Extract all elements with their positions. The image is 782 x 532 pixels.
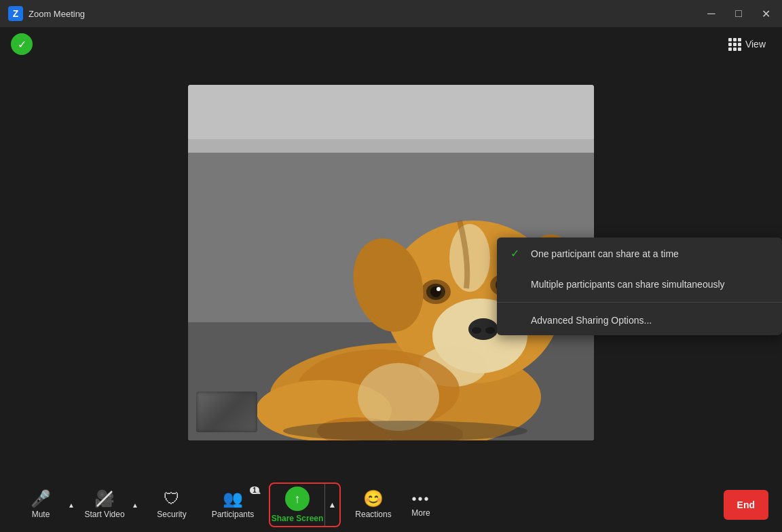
grid-icon (728, 38, 741, 51)
more-label: More (411, 508, 430, 518)
mic-icon: 🎤 (31, 491, 51, 507)
share-screen-button[interactable]: ↑ Share Screen (270, 484, 324, 526)
view-button[interactable]: View (723, 35, 771, 54)
svg-point-14 (436, 287, 441, 291)
dropdown-item-one-participant[interactable]: ✓ One participant can share at a time (497, 238, 782, 269)
check-icon: ✓ (510, 247, 524, 260)
end-label: End (737, 499, 755, 510)
security-button[interactable]: 🛡 Security (141, 481, 202, 529)
reactions-button[interactable]: 😊 Reactions (346, 481, 401, 529)
title-bar: Z Zoom Meeting ─ □ ✕ (0, 0, 782, 27)
mute-group: 🎤 Mute ▲ (14, 481, 77, 529)
reactions-label: Reactions (355, 510, 391, 519)
participants-button[interactable]: 👥 1 Participants ▲ (202, 481, 263, 529)
restore-button[interactable]: □ (730, 5, 747, 22)
close-button[interactable]: ✕ (758, 5, 774, 22)
svg-rect-2 (188, 139, 594, 153)
more-button[interactable]: ••• More (401, 481, 441, 529)
main-content: ✓ View (0, 27, 782, 478)
svg-rect-1 (188, 85, 594, 139)
dropdown-item-multiple-participants[interactable]: Multiple participants can share simultan… (497, 269, 782, 299)
share-arrow-up-icon: ▲ (329, 500, 337, 510)
toolbar: 🎤 Mute ▲ 🎥 Start Video ▲ 🛡 Security 👥 1 (0, 478, 782, 532)
svg-point-19 (449, 224, 490, 292)
arrow-up-icon: ▲ (68, 501, 75, 509)
arrow-up-icon2: ▲ (132, 501, 138, 509)
share-screen-arrow-button[interactable]: ▲ (324, 484, 339, 526)
svg-point-28 (283, 421, 527, 440)
video-group: 🎥 Start Video ▲ (77, 481, 141, 529)
video-icon-container: 🎥 (94, 491, 115, 507)
participants-arrow-icon[interactable]: ▲ (255, 488, 262, 495)
mute-button[interactable]: 🎤 Mute (14, 481, 68, 529)
share-screen-group: ↑ Share Screen ▲ (269, 482, 341, 527)
share-screen-icon: ↑ (285, 487, 310, 511)
self-video-thumbnail (196, 392, 257, 432)
option3-text: Advanced Sharing Options... (531, 315, 652, 326)
more-dots-icon: ••• (411, 492, 430, 506)
security-label: Security (157, 510, 186, 519)
svg-point-27 (358, 363, 439, 431)
end-button[interactable]: End (724, 490, 768, 520)
window-controls: ─ □ ✕ (703, 5, 774, 22)
share-options-dropdown: ✓ One participant can share at a time Mu… (497, 238, 782, 335)
svg-point-10 (485, 327, 495, 334)
security-shield-icon: 🛡 (164, 491, 180, 507)
dropdown-divider (497, 302, 782, 303)
video-icon: 🎥 (94, 489, 115, 508)
option1-text: One participant can share at a time (531, 248, 679, 259)
start-video-button[interactable]: 🎥 Start Video (77, 481, 132, 529)
svg-point-9 (472, 327, 481, 334)
zoom-logo: Z (8, 6, 23, 21)
dropdown-item-advanced[interactable]: Advanced Sharing Options... (497, 305, 782, 335)
security-shield-icon: ✓ (11, 33, 33, 55)
option2-text: Multiple participants can share simultan… (531, 279, 725, 290)
participants-label: Participants (212, 510, 255, 519)
start-video-label: Start Video (84, 510, 124, 519)
window-title: Zoom Meeting (29, 9, 703, 19)
participants-icon: 👥 (223, 491, 243, 507)
reactions-smiley-icon: 😊 (363, 491, 384, 507)
mute-label: Mute (32, 510, 50, 519)
share-screen-label: Share Screen (272, 514, 324, 523)
view-label: View (745, 39, 766, 50)
minimize-button[interactable]: ─ (703, 5, 720, 22)
top-bar: ✓ View (0, 27, 782, 61)
